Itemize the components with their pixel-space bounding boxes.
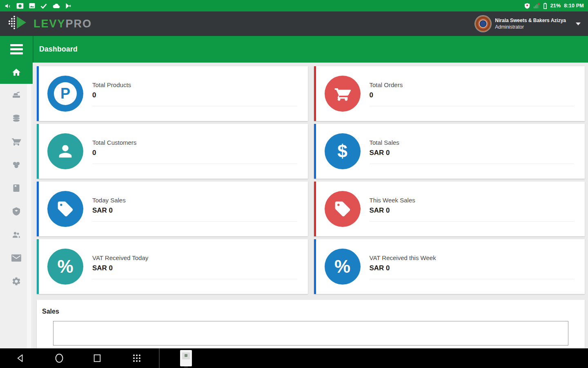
sidebar-item-products[interactable] bbox=[0, 107, 33, 130]
recents-icon bbox=[93, 354, 102, 363]
card-this-week-sales[interactable]: This Week Sales SAR 0 bbox=[314, 182, 585, 236]
check-icon bbox=[40, 3, 47, 9]
brand-levy: LEVY bbox=[33, 18, 66, 30]
tag-icon bbox=[47, 191, 83, 227]
card-accent bbox=[314, 239, 316, 294]
divider bbox=[370, 221, 575, 222]
inventory-icon bbox=[11, 206, 21, 218]
card-value: SAR 0 bbox=[92, 264, 297, 272]
card-total-products[interactable]: P Total Products 0 bbox=[37, 66, 308, 121]
sales-panel: Sales bbox=[37, 300, 585, 348]
main-content: P Total Products 0 Total Orders 0 bbox=[33, 63, 588, 348]
sidebar-item-messages[interactable] bbox=[0, 247, 33, 270]
card-label: Total Products bbox=[92, 81, 297, 88]
screen: 21% 8:10 PM LEVYPRO Nirala Sweet bbox=[0, 0, 588, 368]
card-total-customers[interactable]: Total Customers 0 bbox=[37, 124, 308, 179]
home-circle-icon bbox=[54, 353, 64, 363]
card-value: 0 bbox=[92, 149, 297, 157]
sidebar bbox=[0, 63, 33, 348]
card-value: SAR 0 bbox=[370, 149, 575, 157]
back-icon bbox=[16, 354, 25, 363]
card-total-orders[interactable]: Total Orders 0 bbox=[314, 66, 585, 121]
card-value: SAR 0 bbox=[370, 264, 575, 272]
app-thumbnail-dot bbox=[185, 354, 187, 357]
app-bar: LEVYPRO Nirala Sweets & Bakers Azizya Ad… bbox=[0, 11, 588, 36]
card-accent bbox=[314, 124, 316, 179]
orders-book-icon bbox=[11, 183, 21, 195]
account-menu[interactable]: Nirala Sweets & Bakers Azizya Administra… bbox=[475, 16, 581, 31]
messages-icon bbox=[11, 254, 22, 264]
settings-icon bbox=[11, 276, 21, 288]
cart-icon bbox=[325, 76, 361, 112]
android-status-bar[interactable]: 21% 8:10 PM bbox=[0, 0, 588, 11]
card-label: Today Sales bbox=[92, 197, 297, 204]
card-label: Total Orders bbox=[370, 81, 575, 88]
app-thumbnail-button[interactable] bbox=[180, 350, 192, 366]
divider bbox=[370, 106, 575, 106]
avatar bbox=[475, 16, 491, 31]
person-icon bbox=[47, 133, 83, 169]
sidebar-item-dashboard[interactable] bbox=[0, 63, 33, 84]
card-accent bbox=[37, 239, 39, 294]
battery-icon bbox=[543, 2, 547, 9]
card-accent bbox=[314, 182, 316, 236]
card-label: This Week Sales bbox=[370, 197, 575, 204]
sidebar-item-customers[interactable] bbox=[0, 224, 33, 247]
android-nav-bar bbox=[0, 348, 588, 368]
chevron-down-icon bbox=[576, 22, 581, 25]
card-today-sales[interactable]: Today Sales SAR 0 bbox=[37, 182, 308, 236]
brand-name: LEVYPRO bbox=[33, 18, 92, 30]
apps-grid-button[interactable] bbox=[127, 348, 147, 368]
back-button[interactable] bbox=[11, 348, 30, 368]
card-vat-received-this-week[interactable]: % VAT Received this Week SAR 0 bbox=[314, 239, 585, 294]
sidebar-item-settings[interactable] bbox=[0, 270, 33, 294]
letter-p-icon: P bbox=[47, 76, 83, 112]
hamburger-icon bbox=[10, 44, 23, 54]
apps-grid-icon bbox=[132, 353, 142, 363]
brand: LEVYPRO bbox=[7, 16, 92, 32]
home-icon bbox=[11, 67, 22, 79]
announcement-icon bbox=[4, 3, 11, 9]
sidebar-item-orders[interactable] bbox=[0, 177, 33, 200]
products-icon bbox=[11, 113, 22, 125]
levypro-logo-icon bbox=[7, 16, 28, 32]
sidebar-item-categories[interactable] bbox=[0, 154, 33, 177]
card-total-sales[interactable]: $ Total Sales SAR 0 bbox=[314, 124, 585, 179]
divider bbox=[92, 106, 297, 106]
image-icon bbox=[29, 3, 35, 9]
divider bbox=[92, 164, 297, 164]
card-accent bbox=[37, 182, 39, 236]
tag-icon bbox=[325, 191, 361, 227]
notification-icons bbox=[4, 3, 71, 9]
nav-divider bbox=[159, 348, 160, 368]
sidebar-item-pos[interactable] bbox=[0, 84, 33, 107]
card-label: Total Customers bbox=[92, 139, 297, 146]
categories-icon bbox=[11, 160, 22, 171]
sales-section-title: Sales bbox=[42, 308, 585, 315]
card-vat-received-today[interactable]: % VAT Received Today SAR 0 bbox=[37, 239, 308, 294]
card-value: SAR 0 bbox=[92, 206, 297, 215]
stat-cards: P Total Products 0 Total Orders 0 bbox=[37, 66, 585, 294]
menu-button[interactable] bbox=[0, 36, 33, 63]
card-accent bbox=[37, 124, 39, 179]
customers-icon bbox=[11, 230, 22, 241]
home-button[interactable] bbox=[49, 348, 69, 368]
battery-percent: 21% bbox=[550, 3, 561, 9]
divider bbox=[370, 279, 575, 279]
divider bbox=[92, 279, 297, 279]
cart-icon bbox=[11, 137, 22, 148]
card-value: 0 bbox=[92, 91, 297, 99]
title-bar: Dashboard bbox=[0, 36, 588, 63]
card-value: 0 bbox=[370, 91, 575, 99]
clock: 8:10 PM bbox=[564, 3, 584, 9]
brand-pro: PRO bbox=[66, 18, 92, 30]
recents-button[interactable] bbox=[87, 348, 107, 368]
card-value: SAR 0 bbox=[370, 206, 575, 215]
dollar-icon: $ bbox=[325, 133, 361, 169]
sidebar-item-cart[interactable] bbox=[0, 130, 33, 154]
sales-chart bbox=[53, 321, 568, 346]
screenshot-icon bbox=[16, 3, 24, 9]
vpn-shield-icon bbox=[524, 3, 530, 9]
sidebar-item-inventory[interactable] bbox=[0, 200, 33, 224]
account-role: Administrator bbox=[495, 24, 566, 30]
